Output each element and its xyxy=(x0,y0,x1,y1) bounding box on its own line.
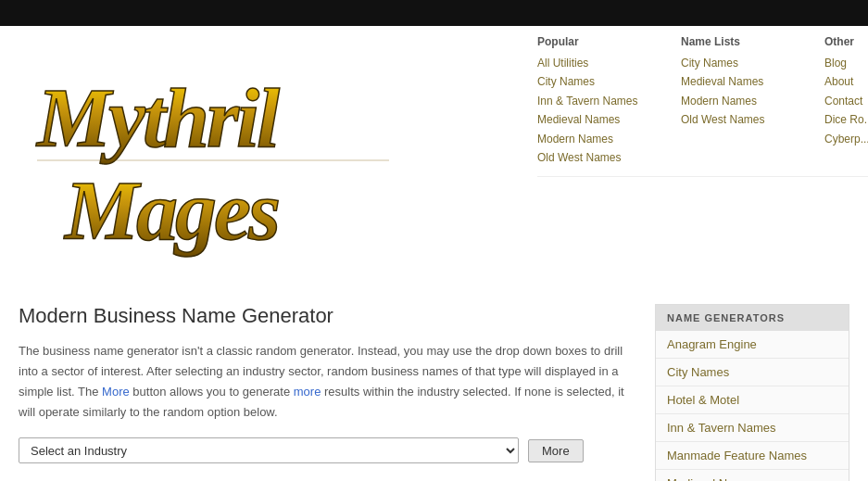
svg-text:Mages: Mages xyxy=(63,165,279,257)
nav-popular-medieval[interactable]: Medieval Names xyxy=(537,110,662,129)
sidebar-item-manmade[interactable]: Manmade Feature Names xyxy=(656,442,849,470)
sidebar-item-anagram[interactable]: Anagram Engine xyxy=(656,331,849,359)
sidebar-item-inn-tavern[interactable]: Inn & Tavern Names xyxy=(656,414,849,442)
sidebar-header: NAME GENERATORS xyxy=(656,305,849,331)
nav-section: Popular All Utilities City Names Inn & T… xyxy=(537,26,868,177)
nav-popular-all-utilities[interactable]: All Utilities xyxy=(537,54,662,72)
nav-popular-modern[interactable]: Modern Names xyxy=(537,130,662,148)
page-title: Modern Business Name Generator xyxy=(19,304,636,328)
logo-section: Mythril Mages xyxy=(0,26,537,285)
nav-other-heading: Other xyxy=(824,35,868,48)
content-area: Modern Business Name Generator The busin… xyxy=(0,285,868,481)
nav-col-popular: Popular All Utilities City Names Inn & T… xyxy=(537,35,672,167)
svg-text:Mythril: Mythril xyxy=(35,72,280,164)
nav-namelists-modern[interactable]: Modern Names xyxy=(681,92,806,110)
nav-other-about[interactable]: About xyxy=(824,72,868,91)
nav-col-other: Other Blog About Contact Dice Ro... Cybe… xyxy=(824,35,868,167)
sidebar-item-hotel-motel[interactable]: Hotel & Motel xyxy=(656,386,849,414)
sidebar: NAME GENERATORS Anagram Engine City Name… xyxy=(655,304,849,481)
description: The business name generator isn't a clas… xyxy=(19,341,636,423)
nav-popular-city-names[interactable]: City Names xyxy=(537,72,662,91)
nav-namelists-oldwest[interactable]: Old West Names xyxy=(681,110,806,129)
nav-other-contact[interactable]: Contact xyxy=(824,92,868,110)
sidebar-item-city-names[interactable]: City Names xyxy=(656,359,849,386)
nav-popular-inn-tavern[interactable]: Inn & Tavern Names xyxy=(537,92,662,110)
nav-namelists-heading: Name Lists xyxy=(681,35,806,48)
nav-col-namelists: Name Lists City Names Medieval Names Mod… xyxy=(681,35,815,167)
sidebar-item-medieval[interactable]: Medieval Names xyxy=(656,470,849,481)
nav-other-dice[interactable]: Dice Ro... xyxy=(824,110,868,129)
header-section: Mythril Mages Popular All Utilities City… xyxy=(0,26,868,285)
more-link-1[interactable]: More xyxy=(102,385,130,399)
nav-namelists-city[interactable]: City Names xyxy=(681,54,806,72)
industry-select[interactable]: Select an Industry xyxy=(19,437,519,463)
nav-popular-heading: Popular xyxy=(537,35,662,48)
page-wrapper: Mythril Mages Popular All Utilities City… xyxy=(0,0,868,481)
more-link-2[interactable]: more xyxy=(294,385,321,399)
main-content: Modern Business Name Generator The busin… xyxy=(19,304,655,481)
nav-namelists-medieval[interactable]: Medieval Names xyxy=(681,72,806,91)
nav-other-blog[interactable]: Blog xyxy=(824,54,868,72)
form-row: Select an Industry More xyxy=(19,437,636,463)
more-button[interactable]: More xyxy=(528,439,584,462)
logo-svg: Mythril Mages xyxy=(19,35,408,267)
nav-other-cyber[interactable]: Cyberp... xyxy=(824,130,868,148)
nav-popular-old-west[interactable]: Old West Names xyxy=(537,148,662,167)
top-bar xyxy=(0,0,868,26)
